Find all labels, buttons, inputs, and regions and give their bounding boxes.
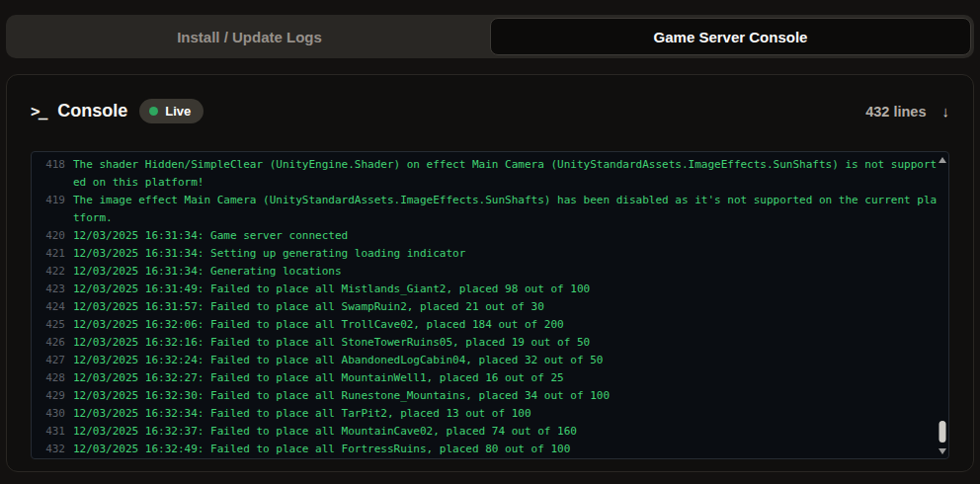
scrollbar-thumb[interactable] [939,421,945,443]
log-line-text: 12/03/2025 16:32:30: Failed to place all… [73,387,937,405]
live-dot-icon [149,107,158,116]
log-line-text: 12/03/2025 16:32:37: Failed to place all… [73,423,937,441]
log-line-text: 12/03/2025 16:32:16: Failed to place all… [73,334,937,352]
log-line-number: 430 [38,405,65,423]
console-log-viewport[interactable]: 418 The shader Hidden/SimpleClear (Unity… [31,151,949,459]
console-header: >_ Console Live 432 lines ↓ [7,75,973,139]
log-line-text: 12/03/2025 16:31:57: Failed to place all… [73,298,937,316]
scrollbar-up-arrow-icon[interactable] [939,157,946,163]
live-badge-label: Live [165,104,191,119]
log-line: 419 The image effect Main Camera (UnityS… [32,192,948,227]
log-line-text: The shader Hidden/SimpleClear (UnityEngi… [73,156,937,192]
log-line-number: 425 [38,316,65,334]
log-line-number: 423 [38,281,65,298]
log-line: 418 The shader Hidden/SimpleClear (Unity… [32,156,948,192]
log-line: 426 12/03/2025 16:32:16: Failed to place… [32,334,948,352]
log-line: 428 12/03/2025 16:32:27: Failed to place… [32,369,948,387]
log-line-number: 424 [38,298,65,316]
log-line: 429 12/03/2025 16:32:30: Failed to place… [32,387,948,405]
log-line-text: 12/03/2025 16:31:34: Generating location… [73,263,937,281]
log-line: 432 12/03/2025 16:32:49: Failed to place… [32,441,948,458]
tab-install-update-logs[interactable]: Install / Update Logs [9,18,490,55]
log-line: 427 12/03/2025 16:32:24: Failed to place… [32,352,948,369]
log-line-number: 422 [38,263,65,281]
log-line-text: 12/03/2025 16:31:34: Game server connect… [73,227,937,245]
log-line-number: 420 [38,227,65,245]
log-line: 422 12/03/2025 16:31:34: Generating loca… [32,263,948,281]
log-line-text: 12/03/2025 16:32:27: Failed to place all… [73,369,937,387]
log-line-number: 427 [38,352,65,369]
tab-bar: Install / Update Logs Game Server Consol… [6,15,974,58]
log-line-text: 12/03/2025 16:31:49: Failed to place all… [73,281,937,298]
log-line: 423 12/03/2025 16:31:49: Failed to place… [32,281,948,298]
log-line-text: 12/03/2025 16:31:34: Setting up generati… [73,245,937,263]
log-line-text: 12/03/2025 16:32:06: Failed to place all… [73,316,937,334]
log-line-number: 431 [38,423,65,441]
log-line-text: The image effect Main Camera (UnityStand… [73,192,937,227]
log-line-text: 12/03/2025 16:32:49: Failed to place all… [73,441,937,458]
log-line-number: 429 [38,387,65,405]
scrollbar-down-arrow-icon[interactable] [939,448,946,454]
log-line: 425 12/03/2025 16:32:06: Failed to place… [32,316,948,334]
console-title: Console [57,101,127,121]
log-line-number: 428 [38,369,65,387]
tab-game-server-console[interactable]: Game Server Console [490,18,971,55]
log-line: 424 12/03/2025 16:31:57: Failed to place… [32,298,948,316]
log-line-number: 421 [38,245,65,263]
log-line: 421 12/03/2025 16:31:34: Setting up gene… [32,245,948,263]
lines-count: 432 lines [865,104,926,120]
log-line-text: 12/03/2025 16:32:24: Failed to place all… [73,352,937,369]
log-line-number: 419 [38,192,65,209]
log-lines: 418 The shader Hidden/SimpleClear (Unity… [32,156,948,458]
log-line-text: 12/03/2025 16:32:34: Failed to place all… [73,405,937,423]
live-status-badge: Live [139,99,204,123]
log-line-number: 418 [38,156,65,174]
scroll-to-bottom-icon[interactable]: ↓ [942,104,950,119]
log-line: 420 12/03/2025 16:31:34: Game server con… [32,227,948,245]
log-line-number: 432 [38,441,65,458]
log-line-number: 426 [38,334,65,352]
terminal-prompt-icon: >_ [31,102,45,121]
log-line: 431 12/03/2025 16:32:37: Failed to place… [32,423,948,441]
log-scrollbar[interactable] [936,152,948,458]
console-card: >_ Console Live 432 lines ↓ 418 The shad… [6,74,974,472]
log-line: 430 12/03/2025 16:32:34: Failed to place… [32,405,948,423]
